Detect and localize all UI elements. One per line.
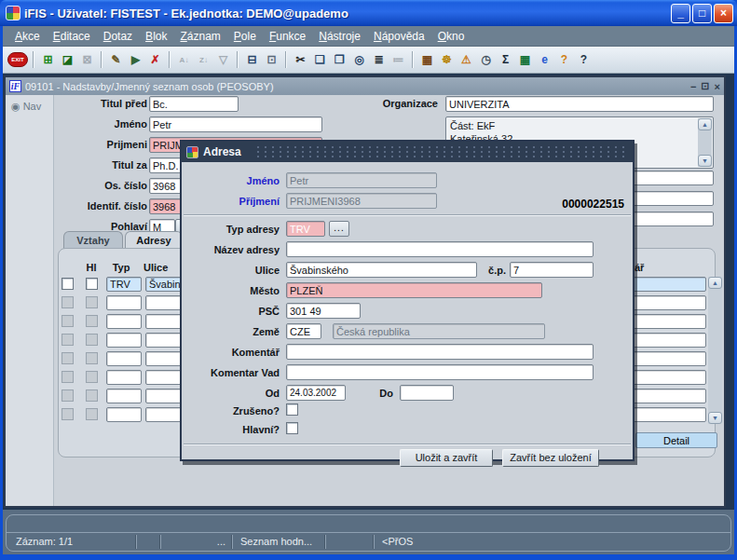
row-checkbox[interactable] bbox=[61, 371, 74, 383]
menu-napoveda[interactable]: Nápověda bbox=[367, 28, 431, 45]
psc-label: PSČ bbox=[189, 306, 280, 317]
sum-icon[interactable]: Σ bbox=[497, 51, 514, 69]
print-icon[interactable]: ⊟ bbox=[243, 51, 261, 69]
organizace-scrollbar[interactable]: ▲ ▼ bbox=[698, 118, 712, 167]
find-icon[interactable]: ◎ bbox=[350, 51, 368, 69]
save-icon[interactable]: ◪ bbox=[59, 51, 76, 69]
calendar-icon[interactable]: ▦ bbox=[418, 51, 436, 69]
dlg-prijmeni-field bbox=[286, 193, 437, 209]
titlebar[interactable]: iFIS - Uživatel: FISTEST - Ek.jednotka: … bbox=[0, 0, 737, 26]
row-hl-checkbox[interactable] bbox=[86, 278, 98, 290]
row-typ-field[interactable] bbox=[106, 295, 142, 310]
table-scrollbar[interactable]: ▲ ▼ bbox=[708, 277, 722, 424]
typ-adresy-field[interactable] bbox=[286, 221, 325, 237]
scroll-down-icon[interactable]: ▼ bbox=[698, 155, 712, 167]
web-icon[interactable]: e bbox=[536, 51, 553, 69]
form-window-titlebar[interactable]: iF 09101 - Nadstavby/Jmenný seznam osob … bbox=[6, 77, 724, 95]
form-close-button[interactable]: × bbox=[715, 81, 720, 92]
menu-okno[interactable]: Okno bbox=[431, 28, 471, 45]
scroll-up-icon[interactable]: ▲ bbox=[708, 277, 722, 289]
row-hl-checkbox[interactable] bbox=[86, 334, 98, 346]
row-hl-checkbox[interactable] bbox=[86, 408, 98, 420]
organizace-field[interactable] bbox=[445, 96, 714, 112]
cut-icon[interactable]: ✂ bbox=[292, 51, 309, 69]
print-setup-icon[interactable]: ⊡ bbox=[263, 51, 280, 69]
row-typ-field[interactable] bbox=[106, 277, 142, 292]
enter-query-icon[interactable]: ✎ bbox=[107, 51, 125, 69]
menu-editace[interactable]: Editace bbox=[47, 28, 97, 45]
detail-button[interactable]: Detail bbox=[635, 432, 717, 448]
od-field[interactable] bbox=[286, 385, 346, 401]
row-typ-field[interactable] bbox=[106, 407, 142, 422]
cancel-query-icon[interactable]: ✗ bbox=[146, 51, 164, 69]
zeme-code-field[interactable] bbox=[286, 323, 321, 339]
close-button[interactable]: × bbox=[714, 4, 733, 23]
menu-pole[interactable]: Pole bbox=[227, 28, 263, 45]
excel-icon[interactable]: ▦ bbox=[516, 51, 534, 69]
scroll-down-icon[interactable]: ▼ bbox=[708, 412, 722, 424]
dialog-body: Jméno Příjmení 0000022515 Typ adresy ...… bbox=[182, 162, 633, 459]
mesto-field[interactable] bbox=[286, 282, 542, 298]
tab-adresy[interactable]: Adresy bbox=[125, 231, 183, 249]
row-typ-field[interactable] bbox=[106, 314, 142, 329]
close-no-save-button[interactable]: Zavřít bez uložení bbox=[502, 449, 599, 467]
komentar-field[interactable] bbox=[286, 344, 594, 360]
insert-record-icon[interactable]: ⊞ bbox=[39, 51, 57, 69]
zruseno-checkbox[interactable] bbox=[286, 403, 298, 416]
hlavni-checkbox[interactable] bbox=[286, 422, 298, 434]
row-typ-field[interactable] bbox=[106, 351, 142, 366]
clock-icon[interactable]: ◷ bbox=[477, 51, 495, 69]
psc-field[interactable] bbox=[286, 303, 361, 319]
list-values-icon[interactable]: ≣ bbox=[370, 51, 388, 69]
row-checkbox[interactable] bbox=[61, 334, 74, 346]
row-checkbox[interactable] bbox=[61, 389, 74, 402]
komentar-vad-field[interactable] bbox=[286, 364, 594, 380]
tab-vztahy[interactable]: Vztahy bbox=[63, 231, 123, 249]
help-icon[interactable]: ? bbox=[575, 51, 593, 69]
row-checkbox[interactable] bbox=[61, 296, 74, 308]
minimize-button[interactable]: _ bbox=[671, 4, 690, 23]
menu-dotaz[interactable]: Dotaz bbox=[97, 28, 139, 45]
nazev-adresy-field[interactable] bbox=[286, 241, 594, 257]
row-checkbox[interactable] bbox=[61, 352, 74, 364]
form-minimize-button[interactable]: − bbox=[690, 81, 696, 92]
menu-blok[interactable]: Blok bbox=[139, 28, 173, 45]
admin-wheel-icon[interactable]: ☸ bbox=[438, 51, 456, 69]
exit-icon[interactable]: EXIT bbox=[7, 52, 28, 67]
maximize-button[interactable]: □ bbox=[692, 4, 712, 23]
menu-funkce[interactable]: Funkce bbox=[263, 28, 312, 45]
jmeno-field[interactable] bbox=[149, 116, 322, 132]
lov-button[interactable]: ... bbox=[329, 221, 349, 237]
scroll-up-icon[interactable]: ▲ bbox=[698, 118, 712, 130]
execute-query-icon[interactable]: ▶ bbox=[127, 51, 144, 69]
window-title: iFIS - Uživatel: FISTEST - Ek.jednotka: … bbox=[24, 7, 669, 20]
dialog-titlebar[interactable]: Adresa bbox=[182, 142, 633, 162]
form-restore-button[interactable]: ⊡ bbox=[701, 80, 709, 92]
row-typ-field[interactable] bbox=[106, 389, 142, 403]
row-hl-checkbox[interactable] bbox=[86, 389, 98, 402]
clear-record-icon: ⊠ bbox=[78, 51, 96, 69]
nav-radio[interactable]: ◉ Nav bbox=[11, 101, 41, 113]
row-hl-checkbox[interactable] bbox=[86, 352, 98, 364]
paste-icon[interactable]: ❐ bbox=[331, 51, 348, 69]
status-dots: ... bbox=[188, 536, 225, 547]
row-typ-field[interactable] bbox=[106, 370, 142, 385]
row-checkbox[interactable] bbox=[61, 278, 74, 290]
alert-icon[interactable]: ⚠ bbox=[457, 51, 475, 69]
copy-icon[interactable]: ❏ bbox=[311, 51, 329, 69]
titul-pred-field[interactable] bbox=[149, 96, 239, 112]
row-hl-checkbox[interactable] bbox=[86, 315, 98, 327]
save-close-button[interactable]: Uložit a zavřít bbox=[400, 449, 493, 467]
do-field[interactable] bbox=[400, 385, 454, 401]
ulice-field[interactable] bbox=[286, 262, 477, 278]
row-typ-field[interactable] bbox=[106, 333, 142, 348]
help-info-icon[interactable]: ? bbox=[555, 51, 573, 69]
row-hl-checkbox[interactable] bbox=[86, 371, 98, 383]
menu-zaznam[interactable]: Záznam bbox=[173, 28, 226, 45]
row-hl-checkbox[interactable] bbox=[86, 296, 98, 308]
cp-field[interactable] bbox=[510, 262, 594, 278]
row-checkbox[interactable] bbox=[61, 315, 74, 327]
menu-nastroje[interactable]: Nástroje bbox=[312, 28, 367, 45]
menu-akce[interactable]: Akce bbox=[8, 28, 47, 45]
row-checkbox[interactable] bbox=[61, 408, 74, 420]
